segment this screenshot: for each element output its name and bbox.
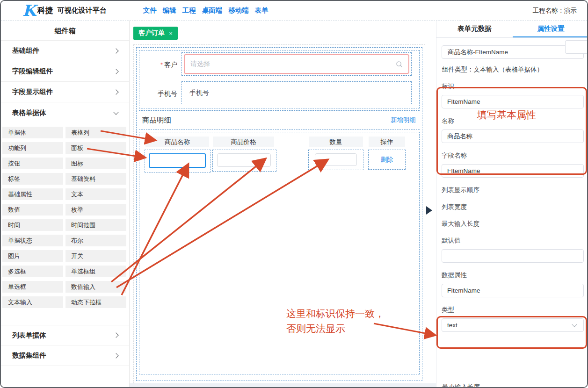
detail-title: 商品明细 xyxy=(142,115,171,125)
item-price-input[interactable] xyxy=(217,153,271,167)
palette-item[interactable]: 数值输入 xyxy=(65,281,126,293)
field-group-list-width: 列表宽度 xyxy=(442,203,584,211)
palette-item[interactable]: 表格列 xyxy=(65,127,126,138)
palette-item[interactable]: 基础资料 xyxy=(65,173,126,185)
column-header-actions: 操作 xyxy=(369,137,405,147)
palette-item[interactable]: 多选框 xyxy=(2,266,63,277)
type-select[interactable]: text xyxy=(442,318,584,332)
name-input[interactable] xyxy=(442,129,584,143)
sidebar-section-field-edit[interactable]: 字段编辑组件 xyxy=(1,61,129,82)
palette-item[interactable]: 功能列 xyxy=(2,142,63,154)
max-length-input[interactable] xyxy=(565,40,588,54)
brand-subtitle: 可视化设计平台 xyxy=(58,6,107,15)
palette-item[interactable]: 单据体 xyxy=(2,127,63,138)
default-value-input[interactable] xyxy=(442,249,584,263)
chevron-right-icon xyxy=(113,48,118,53)
palette-item[interactable]: 基础属性 xyxy=(2,188,63,200)
palette-item[interactable]: 图标 xyxy=(65,158,126,169)
palette-item[interactable]: 面板 xyxy=(65,142,126,154)
component-type-text: 组件类型：文本输入（表格单据体） xyxy=(442,65,583,74)
menu-item[interactable]: 编辑 xyxy=(163,6,176,15)
phone-input[interactable]: 手机号 xyxy=(184,82,409,103)
menu-item[interactable]: 文件 xyxy=(143,6,157,15)
field-group-data-attribute: 数据属性 xyxy=(442,271,584,297)
palette-item[interactable]: 开关 xyxy=(65,250,126,262)
chevron-down-icon xyxy=(572,322,577,327)
palette-item[interactable]: 数值 xyxy=(2,204,63,216)
form-header-panel[interactable]: *客户 请选择 手机号 手机号 xyxy=(139,50,420,108)
component-selector[interactable]: 商品名称-FItemName xyxy=(442,45,584,59)
chevron-down-icon xyxy=(113,109,118,115)
palette-item[interactable]: 按钮 xyxy=(2,158,63,169)
required-mark: * xyxy=(160,61,163,68)
phone-field-box[interactable]: 手机号 xyxy=(181,81,412,104)
data-attribute-input[interactable] xyxy=(442,284,584,297)
tab-form-metadata[interactable]: 表单元数据 xyxy=(436,21,513,37)
sidebar-section-field-display[interactable]: 字段显示组件 xyxy=(1,82,129,102)
design-canvas-area: 客户订单 × *客户 请选择 手机号 xyxy=(130,21,436,388)
panel-tabs: 表单元数据 属性设置 xyxy=(436,21,588,38)
component-sidebar: 组件箱 基础组件 字段编辑组件 字段显示组件 表格单据体 单据体表格列功能列面板… xyxy=(1,21,130,388)
form-frame[interactable]: *客户 请选择 手机号 手机号 xyxy=(136,47,422,381)
column-header-quantity: 数量 xyxy=(309,137,363,147)
section-label: 字段显示组件 xyxy=(12,87,53,96)
close-icon[interactable]: × xyxy=(169,30,173,37)
menu-item[interactable]: 工程 xyxy=(182,6,196,15)
cell-item-price[interactable] xyxy=(212,150,276,172)
customer-select-input[interactable]: 请选择 xyxy=(184,54,409,74)
delete-row-link[interactable]: 删除 xyxy=(369,150,405,169)
label-text: 手机号 xyxy=(158,90,177,97)
field-label: 列表宽度 xyxy=(442,203,584,211)
sidebar-section-dataset[interactable]: 数据集组件 xyxy=(1,345,129,366)
cell-quantity[interactable] xyxy=(308,150,363,170)
section-label: 字段编辑组件 xyxy=(12,67,53,76)
palette-item[interactable]: 文本输入 xyxy=(2,296,63,308)
clipped-field-label: 最小输入长度 xyxy=(442,383,480,388)
field-group-default-value: 默认值 xyxy=(442,237,584,263)
properties-panel: 表单元数据 属性设置 商品名称-FItemName 组件类型：文本输入（表格单据… xyxy=(436,21,588,388)
palette-item[interactable]: 枚举 xyxy=(65,204,126,216)
customer-field-box[interactable]: 请选择 xyxy=(181,52,412,76)
section-label: 列表单据体 xyxy=(12,331,46,340)
field-name-input[interactable] xyxy=(442,164,584,178)
id-input[interactable] xyxy=(442,95,584,108)
type-select-value: text xyxy=(447,322,457,329)
tab-property-settings[interactable]: 属性设置 xyxy=(513,21,588,37)
section-label: 数据集组件 xyxy=(12,351,46,360)
palette-item[interactable]: 图片 xyxy=(2,250,63,262)
palette-item[interactable]: 标签 xyxy=(2,173,63,185)
palette-item[interactable]: 单据状态 xyxy=(2,235,63,246)
palette-item[interactable]: 单选框 xyxy=(2,281,63,293)
field-group-name: 名称 xyxy=(442,117,584,143)
search-icon[interactable] xyxy=(396,61,403,68)
cell-item-name[interactable] xyxy=(145,150,211,172)
field-label: 名称 xyxy=(442,117,584,125)
section-label: 基础组件 xyxy=(12,46,39,55)
brand-name: 科捷 xyxy=(37,5,53,16)
panel-expand-handle[interactable] xyxy=(426,206,432,215)
item-name-input[interactable] xyxy=(149,153,206,168)
section-label: 表格单据体 xyxy=(12,108,46,117)
field-group-type: 类型 text xyxy=(442,306,584,332)
menu-item[interactable]: 表单 xyxy=(255,6,269,15)
cell-actions[interactable]: 删除 xyxy=(368,150,406,170)
sidebar-section-table-body[interactable]: 表格单据体 xyxy=(1,102,129,123)
palette-item[interactable]: 时间范围 xyxy=(65,219,126,231)
quantity-input[interactable] xyxy=(315,153,357,166)
field-label: 类型 xyxy=(442,306,584,314)
tab-customer-order[interactable]: 客户订单 × xyxy=(133,27,178,40)
field-group-field-name: 字段名称 xyxy=(442,151,584,178)
menu-item[interactable]: 移动端 xyxy=(228,6,249,15)
component-palette: 单据体表格列功能列面板按钮图标标签基础资料基础属性文本数值枚举时间时间范围单据状… xyxy=(1,123,129,314)
palette-item[interactable]: 单选框组 xyxy=(65,266,126,277)
sidebar-section-basic[interactable]: 基础组件 xyxy=(1,41,129,61)
palette-item[interactable]: 布尔 xyxy=(65,235,126,246)
palette-item[interactable]: 时间 xyxy=(2,219,63,231)
sidebar-section-list-body[interactable]: 列表单据体 xyxy=(1,325,129,345)
add-detail-link[interactable]: 新增明细 xyxy=(391,116,416,124)
menu-item[interactable]: 桌面端 xyxy=(202,6,223,15)
palette-item[interactable]: 文本 xyxy=(65,188,126,200)
detail-table-panel[interactable]: 商品名称 商品价格 数量 操作 删除 xyxy=(139,132,420,374)
project-label: 工程名称： xyxy=(533,7,565,14)
palette-item[interactable]: 动态下拉框 xyxy=(65,296,126,308)
